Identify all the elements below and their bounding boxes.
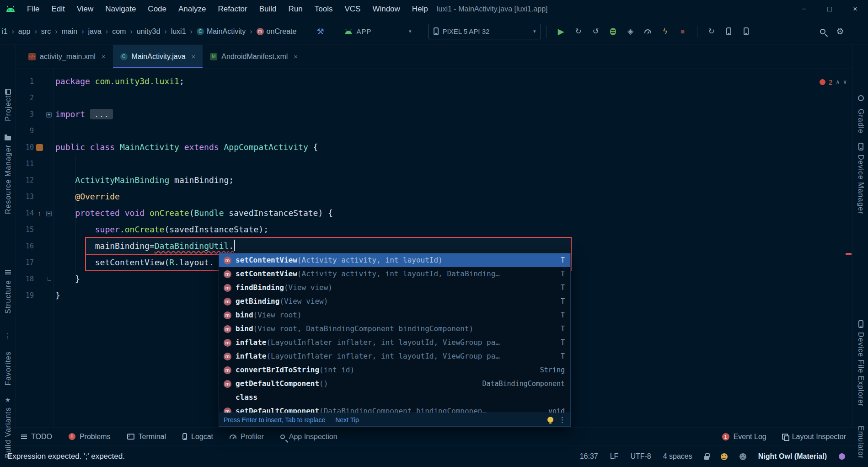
breadcrumb-mainactivity[interactable]: CMainActivity: [196, 27, 246, 36]
breadcrumb-java[interactable]: java: [87, 27, 102, 36]
completion-item-getdefaultcomponent[interactable]: mgetDefaultComponent()DataBindingCompone…: [219, 377, 570, 391]
layout-inspector-button[interactable]: Layout Inspector: [782, 433, 846, 441]
wrench-icon[interactable]: ⚒: [316, 27, 324, 37]
tab-activity-main-xml[interactable]: activity_main.xml ×: [21, 45, 113, 68]
maximize-button[interactable]: □: [817, 0, 842, 18]
device-select[interactable]: PIXEL 5 API 32 ▾: [429, 24, 541, 39]
tool-window-logcat[interactable]: Logcat: [182, 433, 213, 441]
intention-bulb-icon[interactable]: [547, 417, 553, 423]
caret-position[interactable]: 16:37: [580, 452, 598, 461]
completion-menu-icon[interactable]: ⋮: [559, 416, 566, 424]
device-file-explorer-icon[interactable]: [853, 320, 868, 328]
sad-face-icon[interactable]: [739, 453, 746, 460]
menu-navigate[interactable]: Navigate: [99, 0, 142, 18]
completion-item-setcontentview[interactable]: msetContentView(Activity activity, int l…: [219, 267, 570, 281]
sidebar-item-favorites[interactable]: Favorites: [4, 351, 12, 386]
menu-help[interactable]: Help: [406, 0, 434, 18]
settings-button[interactable]: ⚙: [834, 26, 846, 38]
menu-run[interactable]: Run: [283, 0, 309, 18]
completion-item-class[interactable]: class: [219, 391, 570, 404]
next-tip-link[interactable]: Next Tip: [335, 416, 359, 424]
scrollbar-error-marker[interactable]: [846, 253, 852, 255]
next-error-icon[interactable]: ∨: [843, 79, 847, 85]
inspections-widget[interactable]: 2 ∧ ∨: [820, 76, 847, 88]
tool-window-terminal[interactable]: Terminal: [127, 433, 166, 441]
debug-button[interactable]: [607, 26, 619, 38]
more-tool-windows-icon[interactable]: ⋮: [0, 332, 16, 339]
menu-view[interactable]: View: [71, 0, 100, 18]
breadcrumb-com[interactable]: com: [111, 27, 127, 36]
run-configuration-select[interactable]: APP ▾: [340, 24, 417, 39]
menu-window[interactable]: Window: [366, 0, 406, 18]
completion-item-convertbridtostring[interactable]: mconvertBrIdToString(int id)String: [219, 363, 570, 377]
search-everywhere-button[interactable]: [817, 26, 829, 38]
tool-window-problems[interactable]: ! Problems: [69, 433, 111, 441]
completion-item-getbinding[interactable]: mgetBinding(View view)T: [219, 295, 570, 308]
breadcrumb-i1[interactable]: i1: [1, 27, 8, 36]
menu-edit[interactable]: Edit: [45, 0, 70, 18]
device-manager-button[interactable]: [723, 26, 735, 38]
sidebar-item-gradle[interactable]: Gradle: [857, 109, 865, 134]
menu-analyze[interactable]: Analyze: [172, 0, 212, 18]
indent-setting[interactable]: 4 spaces: [663, 452, 692, 461]
run-with-coverage-button[interactable]: ◈: [625, 26, 637, 38]
completion-item-bind[interactable]: mbind(View root)T: [219, 308, 570, 322]
menu-file[interactable]: File: [21, 0, 45, 18]
attach-profiler-button[interactable]: ϟ: [659, 26, 671, 38]
profile-button[interactable]: [642, 26, 654, 38]
tool-window-app-inspection[interactable]: App Inspection: [280, 433, 338, 441]
override-marker-icon[interactable]: ↑: [38, 209, 41, 217]
completion-item-setdefaultcomponent[interactable]: msetDefaultComponent(DataBindingComponen…: [219, 404, 570, 413]
breadcrumb-oncreate[interactable]: monCreate: [256, 27, 298, 36]
star-icon[interactable]: ★: [0, 396, 16, 403]
completion-item-bind[interactable]: mbind(View root, DataBindingComponent bi…: [219, 322, 570, 336]
breadcrumb-luxi1[interactable]: luxi1: [170, 27, 187, 36]
breadcrumb-unity3d[interactable]: unity3d: [136, 27, 161, 36]
menu-code[interactable]: Code: [142, 0, 172, 18]
tool-window-profiler[interactable]: Profiler: [230, 433, 264, 441]
close-tab-icon[interactable]: ×: [102, 53, 106, 60]
run-button[interactable]: ▶: [555, 26, 567, 38]
fold-plus-icon[interactable]: +: [45, 106, 53, 123]
completion-item-findbinding[interactable]: mfindBinding(View view)T: [219, 281, 570, 295]
menu-tools[interactable]: Tools: [309, 0, 339, 18]
file-encoding[interactable]: UTF-8: [630, 452, 651, 461]
tab-mainactivity-java[interactable]: MainActivity.java ×: [113, 45, 203, 68]
folder-icon[interactable]: [0, 134, 16, 140]
breadcrumb-src[interactable]: src: [40, 27, 52, 36]
pair-devices-button[interactable]: [740, 26, 752, 38]
happy-face-icon[interactable]: [721, 453, 728, 460]
menu-build[interactable]: Build: [253, 0, 283, 18]
menu-vcs[interactable]: VCS: [338, 0, 366, 18]
fold-plus-icon[interactable]: +: [46, 112, 52, 118]
fold-end-icon[interactable]: [45, 271, 53, 287]
sidebar-item-emulator[interactable]: Emulator: [857, 426, 865, 459]
tool-window-todo[interactable]: TODO: [21, 433, 52, 441]
close-tab-icon[interactable]: ×: [192, 53, 196, 60]
event-log-button[interactable]: 1 Event Log: [722, 433, 766, 441]
apply-code-changes-button[interactable]: ↺: [590, 26, 602, 38]
previous-error-icon[interactable]: ∧: [836, 79, 840, 85]
sidebar-item-project[interactable]: Project: [4, 95, 12, 121]
completion-item-setcontentview[interactable]: msetContentView(Activity activity, int l…: [219, 253, 570, 267]
fold-minus-icon[interactable]: −: [46, 211, 52, 216]
menu-refactor[interactable]: Refactor: [212, 0, 253, 18]
structure-icon[interactable]: [0, 270, 16, 271]
minimize-button[interactable]: −: [791, 0, 817, 18]
tab-androidmanifest-xml[interactable]: AndroidManifest.xml ×: [203, 45, 305, 68]
breadcrumb-main[interactable]: main: [60, 27, 78, 36]
line-separator[interactable]: LF: [610, 452, 619, 461]
sync-project-button[interactable]: ↻: [706, 26, 718, 38]
fold-minus-icon[interactable]: −: [45, 205, 53, 221]
apply-changes-button[interactable]: ↻: [573, 26, 584, 38]
close-tab-icon[interactable]: ×: [294, 53, 298, 60]
sidebar-item-resource-manager[interactable]: Resource Manager: [4, 145, 12, 214]
completion-item-inflate[interactable]: minflate(LayoutInflater inflater, int la…: [219, 349, 570, 363]
sidebar-item-build-variants[interactable]: Build Variants: [4, 407, 12, 458]
sidebar-item-device-manager[interactable]: Device Manager: [857, 155, 865, 215]
device-manager-icon[interactable]: [853, 143, 868, 150]
breadcrumb-app[interactable]: app: [17, 27, 32, 36]
completion-item-inflate[interactable]: minflate(LayoutInflater inflater, int la…: [219, 336, 570, 349]
sidebar-item-device-file-explorer[interactable]: Device File Explorer: [857, 332, 865, 407]
close-button[interactable]: ×: [842, 0, 868, 18]
